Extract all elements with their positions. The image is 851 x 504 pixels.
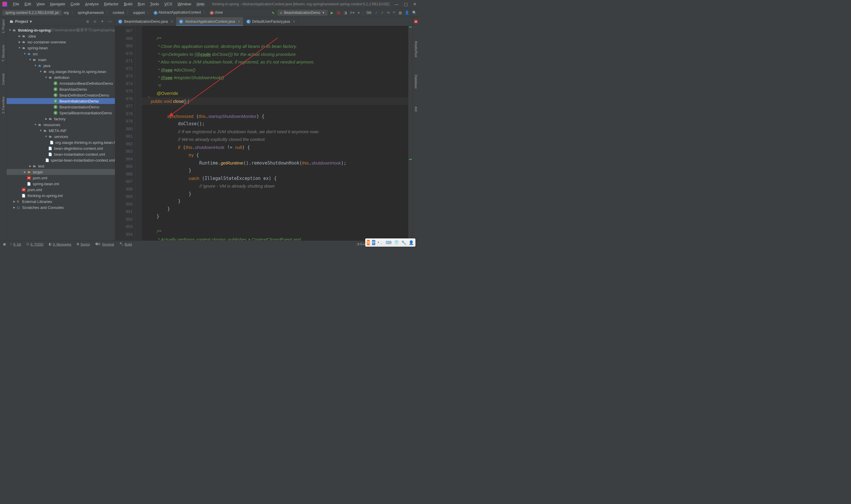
ime-toolbar[interactable]: S 中 •， ⌨ 👕 🔧 👤 (365, 238, 415, 247)
tree-item[interactable]: 📄org.xiaoge.thinking.in.spring.bean.fac (6, 140, 115, 145)
run-icon[interactable]: ▶ (331, 11, 333, 15)
run-config-dropdown[interactable]: ▸ BeanInitializationDemo ▼ (277, 10, 328, 16)
tab-close-icon[interactable]: × (293, 19, 295, 24)
tree-item[interactable]: ▼services (6, 133, 115, 140)
toolbox-icon[interactable]: ▦ (399, 11, 402, 15)
menu-edit[interactable]: Edit (22, 1, 33, 7)
avatar-icon[interactable]: 👤 (405, 11, 409, 15)
expand-icon[interactable]: ≑ (93, 19, 97, 24)
ime-punct-icon[interactable]: •， (378, 240, 383, 245)
tree-item[interactable]: ▶.idea (6, 33, 115, 39)
tree-item[interactable]: CAnnotationBeanDefinitionDemo (6, 80, 115, 86)
stop-icon[interactable]: ■ (358, 11, 360, 15)
tree-item[interactable]: ▼definition (6, 74, 115, 80)
build-icon[interactable]: ⬊ (272, 11, 274, 15)
locate-icon[interactable]: ⊕ (86, 19, 89, 24)
breadcrumb-part[interactable]: context (113, 11, 124, 15)
collapse-icon[interactable]: ✶ (101, 19, 104, 24)
minimize-icon[interactable]: — (395, 2, 399, 6)
close-icon[interactable]: ✕ (413, 2, 417, 6)
editor-tab[interactable]: CAbstractApplicationContext.java× (176, 17, 243, 26)
menu-analyze[interactable]: Analyze (83, 1, 101, 7)
breadcrumb-part[interactable]: support (133, 11, 145, 15)
menu-help[interactable]: Help (194, 1, 207, 7)
tree-item[interactable]: ▶test (6, 163, 115, 169)
tree-item[interactable]: ▼main (6, 57, 115, 62)
tree-item[interactable]: 📄special-bean-instantiation-context.xml (6, 157, 115, 163)
bottom-tab-build[interactable]: 🔨 Build (120, 242, 132, 246)
tree-item[interactable]: 📄thinking-in-spring.iml (6, 193, 115, 199)
menu-window[interactable]: Window (175, 1, 194, 7)
right-tab-database[interactable]: Database (414, 75, 418, 89)
coverage-icon[interactable]: ◨ (344, 11, 347, 15)
git-history-icon[interactable]: ⟲ (387, 11, 390, 15)
project-panel-title[interactable]: 🖿 Project ▾ (10, 19, 32, 24)
bottom-tab-todo[interactable]: ☑ 6: TODO (26, 242, 43, 246)
breadcrumb-part[interactable]: springframework (78, 11, 104, 15)
tree-item[interactable]: ▶target (6, 169, 115, 175)
ime-tool-icon[interactable]: 🔧 (401, 240, 406, 245)
ime-user-icon[interactable]: 👤 (409, 240, 414, 245)
menu-build[interactable]: Build (122, 1, 135, 7)
tree-item[interactable]: mpom.xml (6, 175, 115, 181)
editor-overview-ruler[interactable] (409, 26, 413, 240)
menu-code[interactable]: Code (68, 1, 82, 7)
tree-item[interactable]: ▼src (6, 51, 115, 57)
menu-file[interactable]: File (11, 1, 22, 7)
tree-item[interactable]: ▼resources (6, 122, 115, 128)
breadcrumb-part[interactable]: org (64, 11, 69, 15)
git-commit-icon[interactable]: ✓ (381, 11, 384, 15)
tree-item[interactable]: CSpecialBeanInstantiationDemo (6, 110, 115, 116)
tree-item[interactable]: ▶factory (6, 116, 115, 122)
tool-window-toggle-icon[interactable]: ▣ (3, 242, 6, 246)
ime-skin-icon[interactable]: 👕 (394, 240, 399, 245)
tree-item[interactable]: ▼java (6, 62, 115, 69)
tab-close-icon[interactable]: × (238, 19, 240, 24)
tree-item[interactable]: ▼org.xiaoge.thinking.in.spring.bean (6, 69, 115, 74)
menu-tools[interactable]: Tools (148, 1, 161, 7)
tree-item[interactable]: 📄spring-bean.iml (6, 181, 115, 187)
left-tab-favorites[interactable]: 2: Favorites (1, 96, 5, 113)
tree-item[interactable]: ▶ioc-container-overview (6, 39, 115, 45)
menu-refactor[interactable]: Refactor (102, 1, 121, 7)
maximize-icon[interactable]: ▢ (404, 2, 408, 6)
bottom-tab-spring[interactable]: ✿ Spring (76, 242, 90, 246)
tab-close-icon[interactable]: × (171, 19, 173, 24)
ime-lang-icon[interactable]: 中 (372, 240, 375, 245)
search-icon[interactable]: 🔍 (412, 11, 417, 15)
tree-root[interactable]: ▼thinking-in-spring D:\worksprace\极客学习\s… (6, 27, 115, 33)
bottom-tab-messages[interactable]: ◧ 0: Messages (49, 242, 71, 246)
tree-item[interactable]: ▼spring-bean (6, 45, 115, 51)
tree-item[interactable]: CBeanInitializationDemo (6, 98, 115, 104)
git-revert-icon[interactable]: ↶ (393, 11, 396, 15)
settings-icon[interactable]: — (108, 19, 112, 24)
tree-item[interactable]: mpom.xml (6, 187, 115, 193)
tree-item[interactable]: CBeanAliasDemo (6, 86, 115, 92)
tree-item[interactable]: ▶◱Scratches and Consoles (6, 204, 115, 210)
bottom-tab-terminal[interactable]: �E Terminal (95, 242, 114, 246)
profile-icon[interactable]: ⟳▾ (350, 11, 355, 15)
left-tab-commit[interactable]: Commit (1, 74, 5, 85)
menu-run[interactable]: Run (135, 1, 147, 7)
right-tab-ant[interactable]: Ant (414, 107, 418, 112)
tree-item[interactable]: ▶⊪External Libraries (6, 199, 115, 204)
tree-item[interactable]: CBeanDefinitionCreationDemo (6, 92, 115, 98)
breadcrumb-jar[interactable]: spring-context-5.2.2.RELEASE.jar (2, 10, 62, 15)
right-tab-maven[interactable]: m (414, 19, 418, 23)
left-tab-project[interactable]: 1: Project (1, 19, 5, 33)
tree-item[interactable]: 📄bean-deginitions-context.xml (6, 145, 115, 151)
breadcrumb-part[interactable]: mclose (210, 10, 223, 15)
tree-item[interactable]: ▼META-INF (6, 128, 115, 133)
code-editor[interactable]: /** * Close this application context, de… (142, 26, 409, 240)
ime-keyboard-icon[interactable]: ⌨ (386, 240, 392, 245)
menu-view[interactable]: View (34, 1, 47, 7)
menu-vcs[interactable]: VCS (162, 1, 175, 7)
menu-navigate[interactable]: Navigate (48, 1, 67, 7)
right-tab-restfultool[interactable]: RestfulTool (414, 41, 418, 57)
left-tab-structure[interactable]: 7: Structure (1, 45, 5, 62)
tree-item[interactable]: 📄bean-instantiation-context.xml (6, 151, 115, 157)
bottom-tab-git[interactable]: ⑂ 9: Git (10, 242, 21, 246)
breadcrumb-part[interactable]: CAbstractApplicationContext (153, 10, 201, 15)
editor-tab[interactable]: CDefaultUserFactory.java× (243, 17, 298, 26)
editor-tab[interactable]: CBeanInitializationDemo.java× (115, 17, 176, 26)
